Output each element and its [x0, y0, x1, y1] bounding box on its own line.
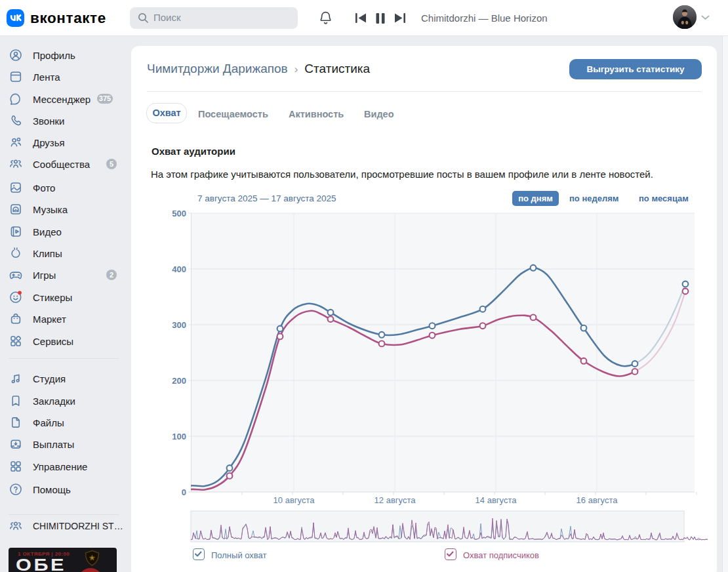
svg-text:200: 200	[172, 376, 186, 386]
svg-text:100: 100	[172, 432, 186, 441]
svg-text:16 августа: 16 августа	[576, 495, 618, 505]
svg-text:500: 500	[172, 209, 186, 218]
svg-text:10 августа: 10 августа	[273, 495, 315, 505]
svg-text:12 августа: 12 августа	[374, 495, 416, 505]
svg-text:14 августа: 14 августа	[475, 495, 517, 505]
svg-text:0: 0	[182, 487, 186, 497]
svg-text:400: 400	[172, 264, 186, 274]
svg-text:300: 300	[172, 320, 186, 330]
